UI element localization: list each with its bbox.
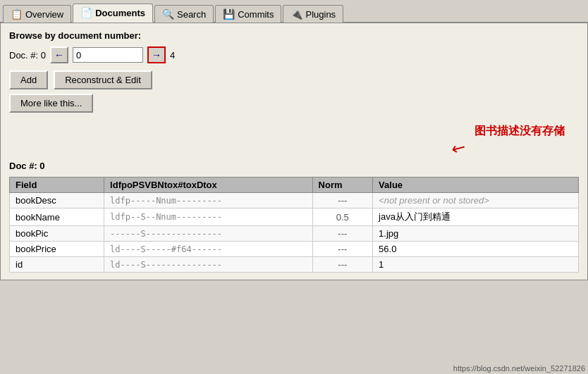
cell-value: java从入门到精通	[373, 208, 579, 226]
button-row-2: More like this...	[9, 94, 579, 113]
tab-search-label: Search	[177, 9, 206, 20]
commits-icon: 💾	[223, 8, 235, 20]
table-row: bookNameldfp--S--Nnum---------0.5java从入门…	[10, 208, 579, 226]
doc-info-bar: Doc #: 0	[9, 159, 579, 173]
table-row: bookDescldfp-----Nnum------------<not pr…	[10, 193, 579, 208]
table-row: idld----S------------------1	[10, 257, 579, 273]
cell-norm: ---	[312, 242, 373, 257]
col-norm: Norm	[312, 177, 373, 193]
cell-field: bookPrice	[10, 242, 104, 257]
doc-number-input[interactable]	[73, 47, 143, 63]
tab-commits[interactable]: 💾 Commits	[215, 5, 281, 23]
more-like-button[interactable]: More like this...	[9, 94, 93, 113]
back-button[interactable]: ←	[50, 46, 68, 63]
browse-section: Browse by document number: Doc. #: 0 ← →…	[9, 30, 579, 63]
tab-plugins-label: Plugins	[305, 9, 336, 20]
cell-ldf: ldfp--S--Nnum---------	[104, 208, 312, 226]
browse-title: Browse by document number:	[9, 30, 579, 41]
tab-documents-label: Documents	[95, 8, 145, 18]
footer-url: https://blog.csdn.net/weixin_52271826	[453, 364, 585, 373]
search-icon: 🔍	[162, 8, 174, 20]
main-content: Browse by document number: Doc. #: 0 ← →…	[0, 23, 588, 280]
spacer	[9, 117, 579, 159]
tab-overview-label: Overview	[25, 9, 63, 20]
cell-value: 1	[373, 257, 579, 273]
table-row: bookPic------S------------------1.jpg	[10, 226, 579, 242]
cell-field: bookDesc	[10, 193, 104, 208]
table-body: bookDescldfp-----Nnum------------<not pr…	[10, 193, 579, 273]
doc-row: Doc. #: 0 ← → 4	[9, 46, 579, 63]
data-table: Field ldfpoPSVBNtox#toxDtox Norm Value b…	[9, 177, 579, 273]
tab-overview[interactable]: 📋 Overview	[3, 5, 71, 23]
cell-value: <not present or not stored>	[373, 193, 579, 208]
doc-total: 4	[170, 50, 175, 61]
add-button[interactable]: Add	[9, 70, 48, 89]
cell-ldf: ldfp-----Nnum---------	[104, 193, 312, 208]
tab-documents[interactable]: 📄 Documents	[73, 4, 153, 23]
table-row: bookPriceld----S-----#f64---------56.0	[10, 242, 579, 257]
cell-ldf: ld----S-----#f64------	[104, 242, 312, 257]
col-ldf: ldfpoPSVBNtox#toxDtox	[104, 177, 312, 193]
cell-value: 56.0	[373, 242, 579, 257]
tab-search[interactable]: 🔍 Search	[154, 5, 214, 23]
tab-plugins[interactable]: 🔌 Plugins	[283, 5, 343, 23]
tab-bar: 📋 Overview 📄 Documents 🔍 Search 💾 Commit…	[0, 0, 588, 23]
cell-norm: 0.5	[312, 208, 373, 226]
reconstruct-button[interactable]: Reconstruct & Edit	[54, 70, 152, 89]
forward-button[interactable]: →	[147, 46, 166, 63]
documents-icon: 📄	[80, 7, 92, 18]
back-arrow-icon: ←	[54, 49, 64, 61]
cell-ldf: ld----S---------------	[104, 257, 312, 273]
cell-value: 1.jpg	[373, 226, 579, 242]
col-field: Field	[10, 177, 104, 193]
cell-field: bookName	[10, 208, 104, 226]
doc-label: Doc. #: 0	[9, 50, 46, 61]
col-value: Value	[373, 177, 579, 193]
overview-icon: 📋	[11, 8, 23, 20]
annotation-container: Doc #: 0 图书描述没有存储 ↙ Field ldfpoPSVBNtox#…	[9, 159, 579, 273]
cell-norm: ---	[312, 193, 373, 208]
forward-arrow-icon: →	[152, 49, 161, 61]
cell-norm: ---	[312, 257, 373, 273]
cell-field: bookPic	[10, 226, 104, 242]
tab-commits-label: Commits	[238, 9, 274, 20]
cell-field: id	[10, 257, 104, 273]
cell-ldf: ------S---------------	[104, 226, 312, 242]
button-row-1: Add Reconstruct & Edit	[9, 70, 579, 89]
plugins-icon: 🔌	[290, 8, 302, 20]
cell-norm: ---	[312, 226, 373, 242]
table-header: Field ldfpoPSVBNtox#toxDtox Norm Value	[10, 177, 579, 193]
